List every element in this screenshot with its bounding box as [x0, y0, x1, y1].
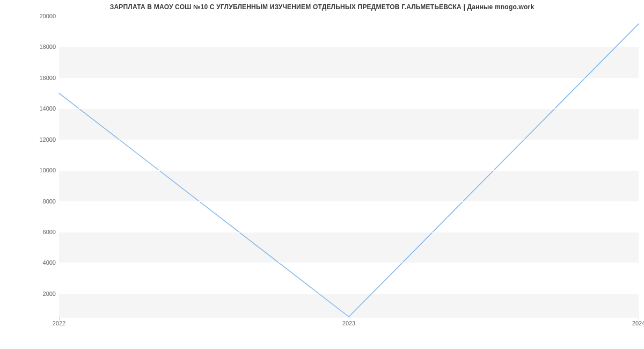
gridline	[59, 78, 639, 78]
y-axis-tick-label: 8000	[8, 198, 56, 205]
x-axis-tick-label: 2022	[53, 320, 65, 326]
chart-title: ЗАРПЛАТА В МАОУ СОШ №10 С УГЛУБЛЕННЫМ ИЗ…	[0, 3, 644, 11]
gridline	[59, 170, 639, 171]
y-axis-tick-label: 14000	[8, 105, 56, 112]
gridline	[59, 108, 639, 109]
y-axis-tick-label: 10000	[8, 167, 56, 173]
gridline	[59, 232, 639, 232]
x-axis-tick-label: 2023	[342, 320, 355, 326]
gridline	[59, 201, 639, 202]
x-axis-tick-label: 2024	[632, 320, 644, 326]
y-axis-tick-label: 20000	[8, 13, 56, 19]
gridline	[59, 140, 639, 140]
y-axis-tick-label: 18000	[8, 43, 56, 50]
y-axis-tick-label: 12000	[8, 136, 56, 143]
chart-container: ЗАРПЛАТА В МАОУ СОШ №10 С УГЛУБЛЕННЫМ ИЗ…	[0, 0, 644, 349]
y-axis-tick-label: 2000	[8, 290, 56, 297]
gridline	[59, 16, 639, 17]
line-series-layer	[59, 16, 639, 317]
plot-area	[59, 16, 639, 317]
y-axis-tick-label: 16000	[8, 75, 56, 81]
gridline	[59, 47, 639, 47]
gridline	[59, 294, 639, 294]
y-axis-tick-label: 6000	[8, 229, 56, 235]
y-axis-tick-label: 4000	[8, 259, 56, 266]
gridline	[59, 263, 639, 263]
